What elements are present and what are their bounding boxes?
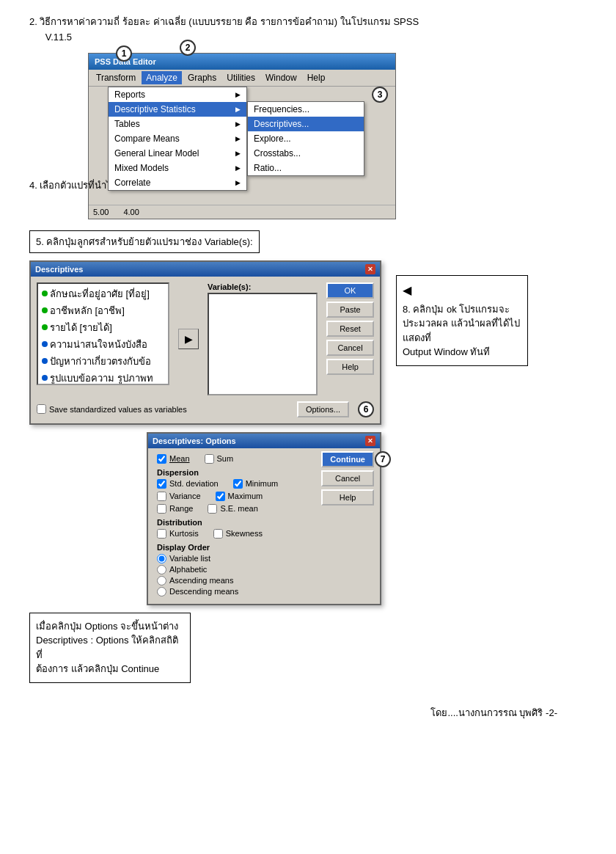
maximum-check[interactable]: Maximum (216, 492, 263, 501)
skewness-check[interactable]: Skewness (213, 529, 263, 539)
range-checkbox[interactable] (157, 504, 166, 514)
range-check[interactable]: Range (157, 504, 193, 514)
menu-window[interactable]: Window (261, 71, 301, 84)
display-order-label: Display Order (157, 543, 371, 552)
radio-variable-list-input[interactable] (157, 554, 166, 563)
menu-reports[interactable]: Reports ▶ (109, 87, 246, 102)
submenu-crosstabs[interactable]: Crosstabs... (248, 146, 364, 161)
reports-arrow: ▶ (235, 91, 241, 98)
spss-menubar: Transform Analyze Graphs Utilities Windo… (89, 70, 395, 87)
variance-check[interactable]: Variance (157, 492, 201, 501)
correlate-arrow: ▶ (235, 179, 241, 186)
menu-transform[interactable]: Transform (92, 71, 140, 84)
radio-ascending-input[interactable] (157, 576, 166, 585)
submenu-descriptives[interactable]: Descriptives... (248, 117, 364, 131)
mean-check[interactable]: Mean (157, 454, 190, 464)
save-checkbox-input[interactable] (37, 404, 46, 414)
kurtosis-check[interactable]: Kurtosis (157, 529, 199, 539)
menu-mixed-models[interactable]: Mixed Models ▶ (109, 161, 246, 175)
list-item-0[interactable]: ลักษณะที่อยู่อาศัย [ที่อยู่] (40, 285, 166, 302)
std-dev-checkbox[interactable] (157, 479, 166, 489)
menu-tables[interactable]: Tables ▶ (109, 117, 246, 131)
ok-arrow-icon: ◀ (403, 282, 411, 299)
sum-checkbox[interactable] (205, 454, 214, 464)
descriptives-listbox[interactable]: ลักษณะที่อยู่อาศัย [ที่อยู่] อาชีพหลัก [… (37, 282, 169, 385)
distribution-label: Distribution (157, 518, 371, 527)
menu-graphs[interactable]: Graphs (183, 71, 221, 84)
radio-descending-label: Descending means (169, 587, 238, 596)
menu-help[interactable]: Help (303, 71, 330, 84)
list-item-4[interactable]: ปัญหาก่วาเกี่ยวตรงกับข้อ (40, 353, 166, 370)
radio-alphabetic-input[interactable] (157, 565, 166, 574)
bullet-4 (42, 358, 48, 364)
list-item-3[interactable]: ความน่าสนใจหน้งบังสือ (40, 336, 166, 353)
dialog-footer: Save standardized values as variables Op… (37, 401, 374, 417)
step8-annotation: ◀ 8. คลิกปุ่ม ok โปรแกรมจะ ประมวลผล แล้ว… (396, 275, 528, 366)
step8-line2: ประมวลผล แล้วนำผลที่ได้ไปแสดงที่ (403, 316, 521, 345)
skewness-checkbox[interactable] (213, 529, 223, 539)
menu-compare-means[interactable]: Compare Means ▶ (109, 131, 246, 146)
minimum-check[interactable]: Minimum (233, 479, 279, 489)
desc-stats-arrow: ▶ (235, 106, 241, 113)
mean-checkbox[interactable] (157, 454, 166, 464)
std-dev-check[interactable]: Std. deviation (157, 479, 219, 489)
spss-window: PSS Data Editor Transform Analyze Graphs… (88, 53, 396, 219)
minimum-checkbox[interactable] (233, 479, 243, 489)
paste-button[interactable]: Paste (326, 302, 374, 318)
variance-label: Variance (169, 492, 201, 500)
step8-line3: Output Window ทันที (403, 345, 521, 360)
move-arrow-btn[interactable]: ▶ (178, 329, 199, 349)
list-item-1[interactable]: อาชีพหลัก [อาชีพ] (40, 302, 166, 319)
options-button[interactable]: Options... (297, 401, 349, 417)
reset-button[interactable]: Reset (326, 321, 374, 337)
bullet-0 (42, 291, 48, 296)
options-titlebar: Descriptives: Options ✕ (148, 434, 380, 448)
radio-descending-input[interactable] (157, 587, 166, 596)
menu-correlate[interactable]: Correlate ▶ (109, 175, 246, 190)
options-close-btn[interactable]: ✕ (365, 436, 375, 446)
menu-general-linear[interactable]: General Linear Model ▶ (109, 146, 246, 161)
descriptive-stats-label: Descriptive Statistics (114, 104, 196, 114)
options-help-button[interactable]: Help (321, 489, 374, 506)
ok-button[interactable]: OK (326, 282, 374, 299)
radio-alphabetic[interactable]: Alphabetic (157, 565, 371, 574)
save-standardized-checkbox[interactable]: Save standardized values as variables (37, 404, 187, 414)
cancel-button[interactable]: Cancel (326, 340, 374, 356)
step5-box: 5. คลิกปุ่มลูกศรสำหรับย้ายตัวแปรมาช่อง V… (29, 230, 260, 253)
maximum-checkbox[interactable] (216, 492, 225, 501)
sum-check[interactable]: Sum (205, 454, 234, 464)
submenu-frequencies[interactable]: Frequencies... (248, 102, 364, 117)
bullet-1 (42, 307, 48, 313)
desc-close-btn[interactable]: ✕ (365, 264, 375, 274)
descriptives-panel: ลักษณะที่อยู่อาศัย [ที่อยู่] อาชีพหลัก [… (37, 282, 374, 395)
menu-analyze[interactable]: Analyze (142, 71, 182, 84)
options-body: Continue Cancel Help Mean Sum (148, 448, 380, 604)
submenu-ratio[interactable]: Ratio... (248, 161, 364, 175)
menu-descriptive-stats[interactable]: Descriptive Statistics ▶ (109, 102, 246, 117)
list-item-5[interactable]: รูปแบบข้อความ รูปภาพท (40, 370, 166, 385)
skewness-label: Skewness (226, 529, 263, 538)
step2-text: 2. วิธีการหาค่าความถี่ ร้อยละ ค่าเฉลี่ย … (29, 15, 587, 45)
radio-ascending[interactable]: Ascending means (157, 576, 371, 585)
general-arrow: ▶ (235, 150, 241, 157)
save-checkbox-label: Save standardized values as variables (49, 405, 187, 414)
bullet-5 (42, 375, 48, 381)
mixed-arrow: ▶ (235, 164, 241, 172)
sum-label: Sum (217, 454, 234, 463)
options-cancel-button[interactable]: Cancel (321, 470, 374, 486)
se-mean-check[interactable]: S.E. mean (208, 504, 257, 514)
variable-s-label: Variable(s): (208, 282, 318, 291)
menu-utilities[interactable]: Utilities (222, 71, 260, 84)
list-item-2[interactable]: รายได้ [รายได้] (40, 319, 166, 336)
variable-box[interactable] (208, 293, 318, 395)
submenu-explore[interactable]: Explore... (248, 131, 364, 146)
radio-descending[interactable]: Descending means (157, 587, 371, 596)
variance-checkbox[interactable] (157, 492, 166, 501)
radio-variable-list[interactable]: Variable list (157, 554, 371, 563)
help-button[interactable]: Help (326, 359, 374, 375)
kurtosis-checkbox[interactable] (157, 529, 166, 539)
radio-ascending-label: Ascending means (169, 576, 233, 585)
se-mean-checkbox[interactable] (208, 504, 217, 514)
desc-title: Descriptives (35, 265, 83, 274)
continue-button[interactable]: Continue (321, 451, 374, 467)
